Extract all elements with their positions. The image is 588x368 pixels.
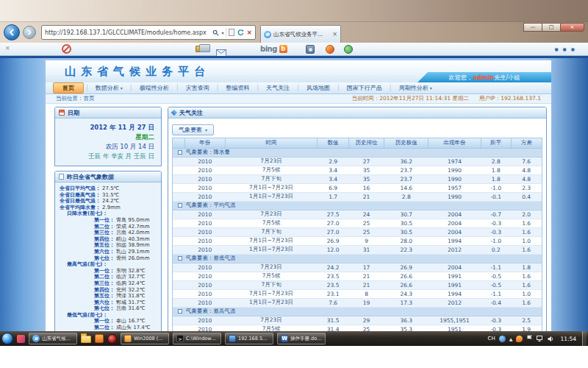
expand-icon[interactable] xyxy=(178,150,182,155)
nav-item-5[interactable]: 整编资料 xyxy=(219,84,256,92)
expand-icon[interactable] xyxy=(178,203,182,208)
refresh-icon[interactable] xyxy=(237,29,244,36)
explorer-folder-icon[interactable] xyxy=(81,336,91,343)
cell: 2010 xyxy=(184,219,225,227)
close-toolbar-icon[interactable]: × xyxy=(5,46,10,52)
block-popup-icon[interactable] xyxy=(62,44,71,54)
weather-element-button[interactable]: 气象要素 ▾ xyxy=(172,124,214,135)
palette-icon[interactable] xyxy=(326,45,334,54)
volume-icon[interactable] xyxy=(548,336,554,342)
ie-favicon: e xyxy=(264,31,271,38)
date-panel: 日期 2012 年 11 月 27 日 星期二 农历 10 月 14 日 壬辰 … xyxy=(54,107,162,166)
community-icon[interactable] xyxy=(344,45,353,54)
more-tools-icon[interactable]: ● ● ● xyxy=(554,46,576,52)
taskbar-button-vm[interactable]: Win2008 (VS2... xyxy=(121,333,169,344)
taskbar-button-ie[interactable]: e山东省气候业务平... xyxy=(29,333,77,344)
cell: 7月23日 xyxy=(225,210,318,219)
back-button[interactable] xyxy=(4,24,20,40)
media-player-icon[interactable] xyxy=(107,334,117,344)
window-close-button[interactable]: × xyxy=(560,23,584,32)
search-icon[interactable] xyxy=(212,29,219,36)
row-select-cell xyxy=(173,157,184,166)
forward-arrow-icon xyxy=(26,29,32,35)
taskbar-clock[interactable]: 11:54 xyxy=(560,336,576,342)
group-row[interactable]: 气象要素：最低气温 xyxy=(173,254,542,263)
nav-item-7[interactable]: 风场地图 xyxy=(300,84,337,92)
shield-icon[interactable] xyxy=(499,336,506,342)
window-minimize-button[interactable]: — xyxy=(523,23,542,32)
cell: -1.1 xyxy=(481,289,511,298)
cell: 2.9 xyxy=(318,157,349,166)
expand-icon[interactable] xyxy=(178,309,182,314)
nav-item-6[interactable]: 天气关注 xyxy=(259,84,296,92)
col-header: 年份 xyxy=(184,138,225,148)
stat-label: 全省平均降水量： xyxy=(60,205,101,211)
col-header: 方差 xyxy=(511,138,542,148)
cell: 1.6 xyxy=(511,245,542,254)
rank-value: 兖州 32.2℃ xyxy=(116,287,157,294)
browser-tab[interactable]: e 山东省气候业务平... × xyxy=(260,25,341,43)
cell: 2.0 xyxy=(511,210,542,219)
expand-icon[interactable] xyxy=(178,256,182,261)
group-row[interactable]: 气象要素：降水量 xyxy=(173,148,542,157)
weather-data-table: 年份时间数值历史排位历史极值出现年份距平方差 气象要素：降水量20107月23日… xyxy=(173,138,542,333)
search-dropdown-icon[interactable]: ▾ xyxy=(221,30,223,35)
forward-button[interactable] xyxy=(23,26,36,39)
window-maximize-button[interactable]: □ xyxy=(542,23,560,32)
taskbar-button-cmd[interactable]: >C:\Windows\s... xyxy=(173,333,221,344)
rank-item: 第三位：临朐 32.4℃ xyxy=(60,280,157,287)
hidden-icons-arrow[interactable]: ▲ xyxy=(509,336,513,342)
flame-icon[interactable] xyxy=(516,336,523,342)
group-row[interactable]: 气象要素：平均气温 xyxy=(173,201,542,210)
nav-item-2[interactable]: 数据分析▾ xyxy=(89,84,129,92)
ie-icon: e xyxy=(32,335,40,342)
start-button[interactable] xyxy=(1,333,13,344)
nav-item-label: 灾害查询 xyxy=(186,84,209,92)
breadcrumb: 当前位置：首页 xyxy=(56,95,95,102)
taskbar-button-label: 操作手册.docx .. xyxy=(290,336,322,342)
rank-item: 第四位：崂山 40.3mm xyxy=(60,236,157,243)
bing-wordmark: bing xyxy=(260,45,277,53)
taskbar-button-word[interactable]: W操作手册.docx .. xyxy=(277,333,326,344)
taskbar-button-label: C:\Windows\s... xyxy=(186,336,218,342)
cards-icon[interactable] xyxy=(196,46,205,52)
taskbar-button-label: 山东省气候业务平... xyxy=(42,336,74,342)
nav-item-8[interactable]: 国家下行产品 xyxy=(340,84,389,92)
cell: 12.0 xyxy=(318,245,349,254)
cell: 23.7 xyxy=(384,166,429,174)
camera-icon[interactable] xyxy=(306,45,315,54)
cell: 31.5 xyxy=(318,316,349,325)
table-row: 20107月下旬3.43523.719901.84.8 xyxy=(173,174,542,183)
table-row: 20107月下旬23.52126.61991-0.51.6 xyxy=(173,280,542,289)
compatibility-view-icon[interactable] xyxy=(229,29,234,36)
taskbar-button-rdp[interactable]: 192.168.59.99... xyxy=(225,333,273,344)
cell: 27.0 xyxy=(318,227,349,236)
taskbar-button-label: Win2008 (VS2... xyxy=(134,336,165,342)
nav-item-9[interactable]: 周期性分析▾ xyxy=(392,84,439,92)
flag-icon[interactable] xyxy=(526,335,533,342)
cell: 4.8 xyxy=(511,166,542,174)
stop-icon[interactable]: × xyxy=(246,29,252,36)
show-desktop-button[interactable] xyxy=(582,331,587,346)
cell: 1.6 xyxy=(511,298,542,307)
nav-item-1[interactable]: 首页 xyxy=(53,82,84,93)
group-expand-cell xyxy=(173,254,184,263)
address-bar[interactable]: http://192.168.137.1/GLCCLIMATE/modules/… xyxy=(41,25,256,40)
cell: 26.6 xyxy=(384,280,429,289)
nav-item-4[interactable]: 灾害查询 xyxy=(179,84,216,92)
group-row[interactable]: 气象要素：最高气温 xyxy=(173,307,542,316)
site-title: 山东省气候业务平台 xyxy=(65,65,210,79)
cell: 1990 xyxy=(429,174,481,183)
cell: 2010 xyxy=(184,263,225,272)
nav-item-3[interactable]: 极端性分析 xyxy=(133,84,176,92)
table-row: 20107月23日24.21726.92004-1.11.8 xyxy=(173,263,542,272)
table-header-row: 年份时间数值历史排位历史极值出现年份距平方差 xyxy=(173,138,542,148)
tab-close-icon[interactable]: × xyxy=(332,32,337,38)
network-icon[interactable] xyxy=(537,336,544,342)
nav-item-label: 风场地图 xyxy=(306,84,330,92)
language-indicator[interactable]: CH xyxy=(488,336,495,342)
pinned-app-icon[interactable] xyxy=(17,335,25,343)
orange-app-icon[interactable] xyxy=(95,334,104,343)
bing-logo[interactable]: bing b xyxy=(260,45,287,53)
welcome-ribbon: 欢迎您， admin 先生/小姐 xyxy=(417,72,551,82)
